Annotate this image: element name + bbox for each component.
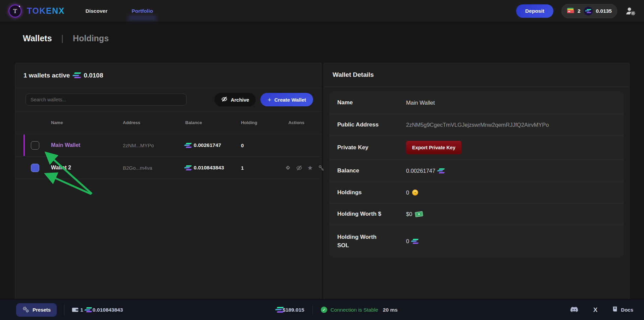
- deposit-button[interactable]: Deposit: [516, 4, 553, 18]
- wallet-checkbox[interactable]: [31, 141, 39, 150]
- col-address: Address: [123, 120, 185, 125]
- public-address-label: Public Address: [337, 120, 379, 129]
- holdings-label: Holdings: [337, 188, 362, 197]
- worth-sol-value: 0: [406, 238, 409, 245]
- nav-right: Deposit 2 0.0135: [516, 4, 635, 18]
- brand-title: TOKENX: [27, 6, 65, 16]
- solana-icon: [586, 9, 590, 13]
- statusbar-left: Presets 1 0.010843843: [16, 300, 123, 320]
- wallet-address: 2zNM...MYPo: [123, 143, 185, 148]
- hide-icon[interactable]: [296, 164, 302, 171]
- tab-separator: |: [61, 34, 64, 43]
- wallet-name: Wallet 2: [51, 165, 123, 171]
- solana-icon: [276, 307, 283, 313]
- account-settings-icon[interactable]: [625, 6, 635, 16]
- wallet-name: Main Wallet: [51, 142, 123, 148]
- wallets-panel: 1 wallets active 0.0108 Archive + Create…: [15, 63, 321, 300]
- balance-label: Balance: [337, 166, 359, 175]
- create-wallet-button[interactable]: + Create Wallet: [260, 93, 313, 106]
- dollar-bill-icon: [415, 211, 423, 217]
- nav-link-discover[interactable]: Discover: [86, 8, 107, 14]
- detail-row-holdings: Holdings 0: [329, 182, 624, 203]
- wallet-balance-pill[interactable]: 2 0.0135: [561, 4, 617, 18]
- detail-row-public-address: Public Address 2zNM5g9CgecTmVLGJejzswrMn…: [329, 114, 624, 136]
- detail-row-name: Name Main Wallet: [329, 92, 624, 114]
- archive-label: Archive: [231, 97, 249, 103]
- docs-label: Docs: [621, 307, 633, 313]
- name-label: Name: [337, 98, 353, 107]
- presets-label: Presets: [33, 307, 51, 313]
- archive-button[interactable]: Archive: [214, 93, 256, 106]
- wallet-details-card: Name Main Wallet Public Address 2zNM5g9C…: [329, 92, 624, 257]
- wallet-balance: 0.010843843: [194, 165, 224, 171]
- favorite-star-icon[interactable]: [307, 164, 313, 171]
- holdings-value: 0: [406, 190, 409, 196]
- col-actions: Actions: [288, 120, 321, 125]
- worth-usd-label: Holding Worth $: [337, 210, 381, 218]
- connection-check-icon: [321, 307, 327, 313]
- page-tabs: Wallets | Holdings: [23, 34, 109, 43]
- search-input[interactable]: [26, 94, 187, 106]
- statusbar-middle: $ 189.015 Connection is Stable 20 ms: [276, 300, 398, 320]
- col-name: Name: [51, 120, 123, 125]
- wallet-address: B2Go...m4va: [123, 165, 185, 171]
- coin-icon: [412, 190, 418, 196]
- book-icon: [612, 306, 618, 314]
- solana-icon: [438, 168, 444, 173]
- wallet-row-main-wallet[interactable]: Main Wallet 2zNM...MYPo 0.00261747 0: [15, 134, 321, 157]
- statusbar-wallet-count: 1: [80, 307, 83, 313]
- discord-icon[interactable]: [570, 307, 579, 313]
- plus-icon: +: [267, 97, 271, 103]
- wallet-holding: 0: [241, 143, 285, 148]
- active-wallets-summary: 1 wallets active: [23, 72, 70, 79]
- worth-usd-value: $0: [406, 211, 412, 217]
- send-icon[interactable]: [285, 164, 291, 171]
- solana-icon: [185, 165, 191, 170]
- private-key-label: Private Key: [337, 143, 368, 152]
- wallets-controls: Archive + Create Wallet: [15, 88, 321, 111]
- detail-row-worth-usd: Holding Worth $ $0: [329, 203, 624, 225]
- nav-link-portfolio[interactable]: Portfolio: [132, 8, 153, 14]
- logo-letter: T: [13, 8, 17, 14]
- balance-value: 0.00261747: [406, 168, 435, 174]
- connection-status: Connection is Stable: [331, 307, 378, 313]
- solana-icon: [86, 307, 91, 312]
- wallet-row-wallet-2[interactable]: Wallet 2 B2Go...m4va 0.010843843 1: [15, 157, 321, 179]
- solana-icon: [185, 143, 191, 148]
- presets-button[interactable]: Presets: [16, 303, 57, 317]
- wallet-count: 2: [578, 8, 581, 14]
- wallet-outline-icon: [72, 307, 79, 313]
- eye-off-icon: [221, 96, 228, 103]
- wallet-checkbox[interactable]: [31, 164, 39, 172]
- statusbar-right: X Docs: [570, 300, 633, 320]
- divider: [312, 305, 313, 315]
- name-value: Main Wallet: [406, 100, 435, 106]
- wallets-panel-header: 1 wallets active 0.0108: [15, 63, 321, 88]
- col-holding: Holding: [241, 120, 285, 125]
- col-balance: Balance: [185, 120, 241, 125]
- gears-icon: [22, 306, 29, 314]
- sol-price: 189.015: [286, 307, 304, 313]
- nav-sol-balance: 0.0135: [596, 8, 612, 14]
- solana-icon: [412, 239, 417, 244]
- tab-wallets[interactable]: Wallets: [23, 34, 52, 43]
- tokenx-logo[interactable]: T: [9, 5, 21, 17]
- x-twitter-icon[interactable]: X: [593, 306, 598, 314]
- wallet-details-panel: Wallet Details Name Main Wallet Public A…: [324, 63, 630, 300]
- export-private-key-button[interactable]: Export Private Key: [406, 141, 461, 154]
- tab-holdings[interactable]: Holdings: [73, 34, 109, 43]
- detail-row-balance: Balance 0.00261747: [329, 160, 624, 182]
- public-address-value: 2zNM5g9CgecTmVLGJejzswrMnw2qemRJJfQ2Airv…: [406, 122, 549, 128]
- divider: [64, 304, 64, 316]
- wallet-balance: 0.00261747: [194, 142, 221, 148]
- create-wallet-label: Create Wallet: [275, 97, 306, 103]
- app-window: T TOKENX Discover Portfolio Deposit 2 0.…: [0, 0, 644, 320]
- wallet-details-title: Wallet Details: [324, 63, 629, 87]
- sol-circle-icon: [584, 7, 593, 15]
- nav-links: Discover Portfolio: [86, 8, 153, 14]
- docs-link[interactable]: Docs: [612, 306, 633, 314]
- worth-sol-label: Holding Worth SOL: [337, 233, 389, 250]
- latency-value: 20 ms: [383, 307, 398, 313]
- wallet-color-icon: [567, 7, 574, 15]
- active-wallets-sol: 0.0108: [84, 72, 103, 79]
